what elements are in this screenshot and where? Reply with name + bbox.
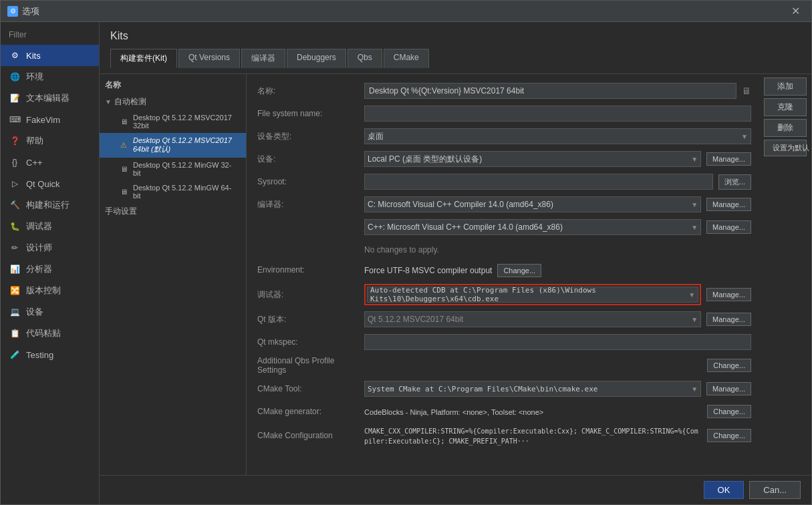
sysroot-input-area (364, 174, 713, 190)
qbs-change-button[interactable]: Change... (707, 359, 751, 372)
delete-button[interactable]: 删除 (764, 119, 807, 137)
title-bar: ⚙ 选项 ✕ (1, 1, 811, 22)
sidebar: Filter ⚙ Kits 🌐 环境 📝 文本编辑器 ⌨ FakeVim ❓ 帮… (1, 22, 100, 504)
tab-kits[interactable]: 构建套件(Kit) (110, 49, 177, 68)
tab-qbs[interactable]: Qbs (348, 49, 382, 68)
kit-item-1-label: Desktop Qt 5.12.2 MSVC2017 32bit (133, 114, 238, 130)
device-label: 设备: (257, 154, 364, 165)
version-control-icon: 🔀 (9, 285, 21, 297)
kit-item-4[interactable]: 🖥 Desktop Qt 5.12.2 MinGW 64-bit (100, 180, 246, 203)
debugger-manage-button[interactable]: Manage... (706, 288, 751, 301)
tabs: 构建套件(Kit) Qt Versions 编译器 Debuggers Qbs … (110, 49, 801, 68)
sidebar-item-fakevim-label: FakeVim (26, 115, 60, 125)
cmake-tool-row: CMake Tool: System CMake at C:\Program F… (257, 380, 751, 397)
device-manage-button[interactable]: Manage... (706, 152, 751, 166)
device-select-area: Local PC (桌面 类型的默认设备) ▼ (364, 151, 701, 167)
sidebar-item-code-paste[interactable]: 📋 代码粘贴 (1, 323, 99, 344)
kit-item-3[interactable]: 🖥 Desktop Qt 5.12.2 MinGW 32-bit (100, 158, 246, 180)
compiler-cpp-manage-col: Manage... (706, 220, 751, 234)
device-select[interactable]: Local PC (桌面 类型的默认设备) ▼ (364, 151, 701, 167)
title-bar-text: 选项 (22, 5, 786, 17)
main-content: Filter ⚙ Kits 🌐 环境 📝 文本编辑器 ⌨ FakeVim ❓ 帮… (1, 22, 811, 504)
kit-item-3-label: Desktop Qt 5.12.2 MinGW 32-bit (133, 161, 238, 177)
cmake-config-change-col: Change... (707, 429, 751, 442)
filesystem-row: File system name: (257, 105, 751, 122)
sidebar-item-version-control-label: 版本控制 (26, 285, 61, 297)
display-icon[interactable]: 🖥 (742, 86, 751, 96)
app-icon: ⚙ (7, 6, 18, 17)
device-value: Local PC (桌面 类型的默认设备) (368, 154, 482, 165)
compiler-manage-button[interactable]: Manage... (706, 198, 751, 211)
cmake-config-label: CMake Configuration (257, 431, 364, 440)
ok-button[interactable]: OK (704, 481, 745, 499)
compiler-c-select[interactable]: C: Microsoft Visual C++ Compiler 14.0 (a… (364, 196, 701, 212)
filter-label: Filter (1, 27, 99, 45)
cmake-generator-change-button[interactable]: Change... (707, 405, 751, 418)
sidebar-item-kits[interactable]: ⚙ Kits (1, 45, 99, 66)
device-type-row: 设备类型: 桌面 ▼ (257, 128, 751, 145)
sidebar-item-text-editor[interactable]: 📝 文本编辑器 (1, 88, 99, 109)
tab-debuggers[interactable]: Debuggers (287, 49, 346, 68)
cancel-button[interactable]: Can... (749, 481, 801, 499)
auto-detect-section[interactable]: ▼ 自动检测 (100, 94, 246, 110)
add-button[interactable]: 添加 (764, 77, 807, 96)
sidebar-item-build-run[interactable]: 🔨 构建和运行 (1, 194, 99, 216)
form-panel: 名称: 🖥 File system name: 设备类型: (247, 74, 811, 475)
content-area: Kits 构建套件(Kit) Qt Versions 编译器 Debuggers… (100, 22, 811, 504)
kit-item-1[interactable]: 🖥 Desktop Qt 5.12.2 MSVC2017 32bit (100, 110, 246, 133)
sidebar-item-text-editor-label: 文本编辑器 (26, 92, 70, 104)
device-type-select[interactable]: 桌面 ▼ (364, 128, 751, 144)
filesystem-label: File system name: (257, 109, 364, 118)
set-default-button[interactable]: 设置为默认 (764, 140, 807, 156)
environment-change-button[interactable]: Change... (497, 264, 541, 277)
cmake-tool-manage-button[interactable]: Manage... (706, 382, 751, 395)
bottom-buttons: OK Can... (100, 475, 811, 504)
environment-row: Environment: Force UTF-8 MSVC compiler o… (257, 264, 751, 279)
compiler-cpp-select[interactable]: C++: Microsoft Visual C++ Compiler 14.0 … (364, 219, 701, 235)
compiler-label: 编译器: (257, 199, 364, 210)
compiler-cpp-select-area: C++: Microsoft Visual C++ Compiler 14.0 … (364, 219, 701, 235)
qt-version-select[interactable]: Qt 5.12.2 MSVC2017 64bit ▼ (364, 311, 701, 327)
tab-cmake[interactable]: CMake (384, 49, 429, 68)
sidebar-item-qt-quick[interactable]: ▷ Qt Quick (1, 173, 99, 194)
sidebar-item-devices[interactable]: 💻 设备 (1, 301, 99, 323)
device-manage-col: Manage... (706, 152, 751, 166)
sysroot-browse-button[interactable]: 浏览... (718, 174, 751, 190)
filesystem-input[interactable] (364, 106, 751, 122)
sidebar-item-testing[interactable]: 🧪 Testing (1, 344, 99, 365)
sidebar-item-cpp[interactable]: {} C++ (1, 152, 99, 173)
sidebar-item-fakevim[interactable]: ⌨ FakeVim (1, 109, 99, 130)
kit-item-2[interactable]: ⚠ Desktop Qt 5.12.2 MSVC2017 64bit (默认) (100, 133, 246, 158)
qt-mkspec-input[interactable] (364, 334, 751, 350)
device-row: 设备: Local PC (桌面 类型的默认设备) ▼ Manage... (257, 150, 751, 168)
compiler-c-manage-col: Manage... (706, 198, 751, 211)
qt-version-arrow: ▼ (691, 316, 698, 323)
clone-button[interactable]: 克隆 (764, 98, 807, 116)
manual-detect-section[interactable]: 手动设置 (100, 203, 246, 220)
name-input[interactable] (364, 83, 736, 99)
cpp-icon: {} (9, 156, 21, 168)
debugger-select[interactable]: Auto-detected CDB at C:\Program Files (x… (367, 287, 698, 303)
no-changes-text: No changes to apply. (364, 244, 439, 256)
qbs-label: Additional Qbs Profile Settings (257, 356, 364, 375)
sidebar-item-analyzer[interactable]: 📊 分析器 (1, 259, 99, 280)
sidebar-item-environment[interactable]: 🌐 环境 (1, 66, 99, 88)
build-run-icon: 🔨 (9, 199, 21, 211)
cmake-tool-select[interactable]: System CMake at C:\Program Files\CMake\b… (364, 381, 701, 397)
monitor-icon-4: 🖥 (118, 186, 129, 197)
sidebar-item-debugger[interactable]: 🐛 调试器 (1, 216, 99, 237)
cmake-config-change-button[interactable]: Change... (707, 429, 751, 442)
qt-version-manage-button[interactable]: Manage... (706, 313, 751, 326)
sysroot-row: Sysroot: 浏览... (257, 173, 751, 190)
monitor-icon-3: 🖥 (118, 164, 129, 174)
close-button[interactable]: ✕ (786, 2, 805, 21)
sidebar-item-designer[interactable]: ✏ 设计师 (1, 237, 99, 259)
tab-compilers[interactable]: 编译器 (241, 49, 285, 68)
sidebar-item-version-control[interactable]: 🔀 版本控制 (1, 280, 99, 301)
compiler-cpp-manage-button[interactable]: Manage... (706, 220, 751, 234)
environment-content: Force UTF-8 MSVC compiler output Change.… (364, 264, 751, 279)
sidebar-item-devices-label: 设备 (26, 306, 43, 318)
sidebar-item-help[interactable]: ❓ 帮助 (1, 130, 99, 152)
tab-qt-versions[interactable]: Qt Versions (178, 49, 240, 68)
sysroot-input[interactable] (364, 174, 713, 190)
